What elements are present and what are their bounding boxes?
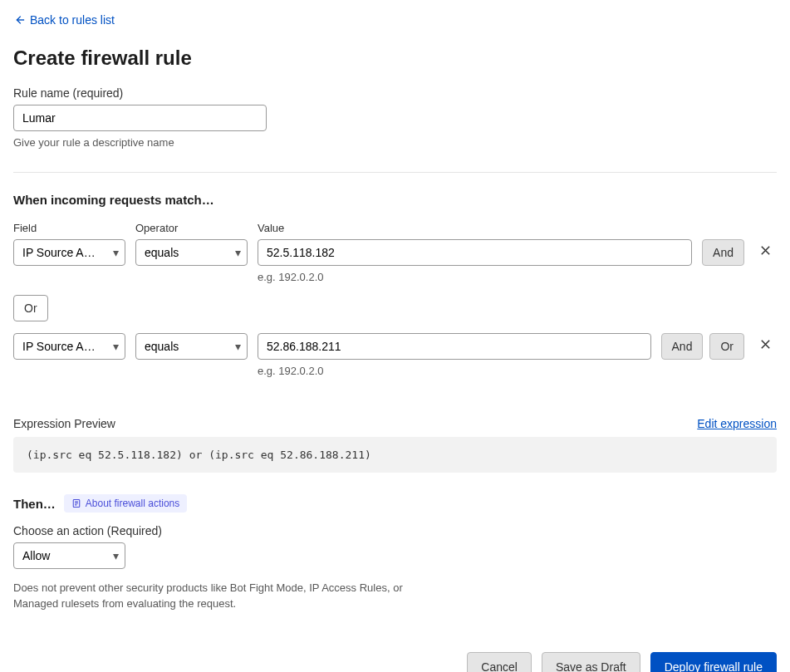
document-icon	[71, 498, 81, 508]
or-button[interactable]: Or	[709, 333, 744, 360]
match-heading: When incoming requests match…	[13, 193, 777, 207]
action-description: Does not prevent other security products…	[13, 581, 445, 612]
close-icon	[759, 244, 772, 257]
back-to-rules-label: Back to rules list	[30, 13, 115, 27]
operator-select[interactable]: equals	[135, 333, 248, 360]
condition-row: IP Source Add… ▾ equals ▾ e.g. 192.0.2.0…	[13, 333, 777, 377]
and-button[interactable]: And	[702, 239, 744, 266]
header-operator: Operator	[135, 222, 248, 234]
choose-action-label: Choose an action (Required)	[13, 524, 777, 537]
arrow-left-icon	[13, 14, 25, 26]
then-heading: Then…	[13, 497, 56, 511]
footer-actions: Cancel Save as Draft Deploy firewall rul…	[13, 652, 777, 672]
remove-condition-button[interactable]	[754, 239, 777, 262]
rule-name-helper: Give your rule a descriptive name	[13, 136, 777, 149]
about-firewall-actions-label: About firewall actions	[86, 498, 179, 509]
expression-preview-label: Expression Preview	[13, 417, 115, 430]
rule-name-label: Rule name (required)	[13, 86, 777, 100]
condition-row: IP Source Add… ▾ equals ▾ e.g. 192.0.2.0…	[13, 239, 777, 283]
close-icon	[759, 338, 772, 351]
or-divider-button[interactable]: Or	[13, 295, 48, 321]
expression-preview: (ip.src eq 52.5.118.182) or (ip.src eq 5…	[13, 437, 777, 473]
action-select[interactable]: Allow	[13, 542, 125, 569]
cancel-button[interactable]: Cancel	[467, 652, 532, 672]
field-select[interactable]: IP Source Add…	[13, 333, 125, 360]
header-field: Field	[13, 222, 125, 234]
save-draft-button[interactable]: Save as Draft	[542, 652, 640, 672]
value-input[interactable]	[258, 239, 692, 266]
page-title: Create firewall rule	[13, 47, 777, 70]
back-to-rules-link[interactable]: Back to rules list	[13, 13, 115, 27]
value-example: e.g. 192.0.2.0	[258, 271, 692, 283]
about-firewall-actions-link[interactable]: About firewall actions	[64, 494, 187, 513]
deploy-button[interactable]: Deploy firewall rule	[650, 652, 777, 672]
header-value: Value	[258, 222, 777, 234]
edit-expression-link[interactable]: Edit expression	[697, 417, 777, 430]
section-divider	[13, 172, 777, 173]
rule-name-input[interactable]	[13, 105, 267, 131]
value-input[interactable]	[258, 333, 651, 360]
operator-select[interactable]: equals	[135, 239, 248, 266]
remove-condition-button[interactable]	[754, 333, 777, 356]
condition-headers: Field Operator Value	[13, 222, 777, 234]
and-button[interactable]: And	[661, 333, 704, 360]
field-select[interactable]: IP Source Add…	[13, 239, 125, 266]
value-example: e.g. 192.0.2.0	[258, 365, 651, 377]
